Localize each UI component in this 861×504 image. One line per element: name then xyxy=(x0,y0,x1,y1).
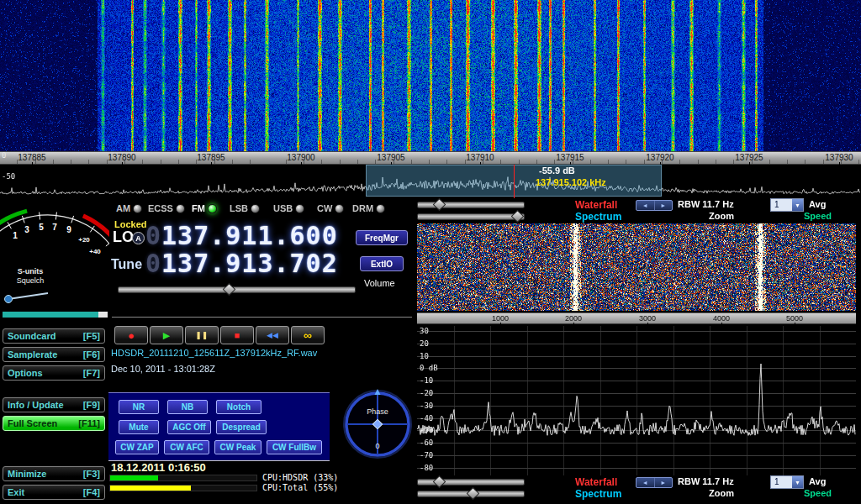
af-waterfall-display[interactable] xyxy=(417,223,856,311)
pause-button[interactable]: ❚❚ xyxy=(185,326,219,344)
samplerate-button[interactable]: Samplerate[F6] xyxy=(3,347,105,362)
mode-drm[interactable]: DRM xyxy=(352,203,385,213)
dropdown-arrow-icon[interactable]: ▾ xyxy=(792,476,803,488)
mode-lsb[interactable]: LSB xyxy=(230,203,260,213)
button-key: [F5] xyxy=(83,331,100,341)
squelch-level-bar[interactable] xyxy=(3,312,108,318)
s-meter-label: +40 xyxy=(89,248,101,255)
notch-button[interactable]: Notch xyxy=(216,400,261,414)
mode-ecss[interactable]: ECSS xyxy=(148,203,185,213)
stop-icon: ■ xyxy=(235,331,240,340)
avg-label: Avg xyxy=(809,199,826,209)
frequency-scale[interactable]: 137885 137890 137895 137900 137905 13791… xyxy=(0,151,861,165)
spectrum-display-label[interactable]: Spectrum xyxy=(575,211,621,223)
slider-thumb[interactable] xyxy=(467,487,480,501)
cw-fullbw-button[interactable]: CW FullBw xyxy=(267,440,322,454)
exit-button[interactable]: Exit[F4] xyxy=(3,485,105,500)
waterfall-display-label[interactable]: Waterfall xyxy=(575,199,617,211)
s-meter-label: 7 xyxy=(52,223,57,232)
af-frequency-scale[interactable]: 1000 2000 3000 4000 5000 xyxy=(417,312,856,324)
s-meter-label: 9 xyxy=(66,225,71,234)
mode-led-icon xyxy=(295,204,304,213)
left-arrow-icon[interactable]: ◄ xyxy=(637,478,655,487)
rewind-button[interactable]: ◀◀ xyxy=(256,326,289,344)
mode-cw[interactable]: CW xyxy=(317,203,344,213)
slider-thumb[interactable] xyxy=(433,198,446,212)
dropdown-arrow-icon[interactable]: ▾ xyxy=(792,199,803,211)
freqmgr-button[interactable]: FreqMgr xyxy=(356,230,408,245)
lo-label: LO xyxy=(113,228,134,246)
freq-tick-label: 137895 xyxy=(186,153,236,162)
left-arrow-icon[interactable]: ◄ xyxy=(637,201,655,210)
speed-label: Speed xyxy=(804,211,832,221)
s-meter[interactable]: 1 3 5 7 9 +20 +40 S-units Squelch xyxy=(0,198,109,309)
stop-button[interactable]: ■ xyxy=(220,326,254,344)
extio-button[interactable]: ExtIO xyxy=(360,256,404,271)
agc-off-button[interactable]: AGC Off xyxy=(167,420,211,434)
despread-button[interactable]: Despread xyxy=(216,420,267,434)
af-tick-label: 5000 xyxy=(774,314,816,323)
db-axis-label: -50 xyxy=(420,426,433,434)
info-update-button[interactable]: Info / Update[F9] xyxy=(3,397,105,412)
waterfall-contrast-slider-bottom[interactable] xyxy=(417,479,525,486)
volume-slider[interactable] xyxy=(118,286,356,293)
play-button[interactable]: ▶ xyxy=(150,326,183,344)
mode-usb[interactable]: USB xyxy=(273,203,304,213)
button-label: Minimize xyxy=(8,469,46,479)
main-waterfall-display[interactable] xyxy=(0,0,861,151)
avg-count-value: 1 xyxy=(771,199,792,211)
lo-frequency-display[interactable]: 0137.911.600 xyxy=(145,223,338,249)
cw-afc-button[interactable]: CW AFC xyxy=(164,440,209,454)
waterfall-contrast-slider[interactable] xyxy=(417,202,525,208)
record-button[interactable]: ● xyxy=(114,326,148,344)
s-units-label: S-units xyxy=(18,267,44,276)
avg-count-select[interactable]: 1▾ xyxy=(770,198,804,212)
mode-am[interactable]: AM xyxy=(116,203,142,213)
button-label: Soundcard xyxy=(8,331,55,341)
spectrum-zoom-slider[interactable] xyxy=(417,213,525,220)
mode-led-icon xyxy=(208,204,217,213)
mode-fm[interactable]: FM xyxy=(192,203,217,213)
waterfall-shift-spinner[interactable]: ◄► xyxy=(636,200,673,211)
right-arrow-icon[interactable]: ► xyxy=(655,478,673,487)
options-button[interactable]: Options[F7] xyxy=(3,365,105,381)
cw-zap-button[interactable]: CW ZAP xyxy=(115,440,159,454)
af-spectrum-display[interactable] xyxy=(417,326,856,475)
nb-button[interactable]: NB xyxy=(167,400,208,414)
play-icon: ▶ xyxy=(163,331,170,340)
volume-slider-thumb[interactable] xyxy=(223,283,236,297)
minimize-button[interactable]: Minimize[F3] xyxy=(3,466,105,481)
db-axis-label: -40 xyxy=(420,414,433,423)
spectrum-zoom-slider-bottom[interactable] xyxy=(417,491,525,497)
cpu-hdsdr-fill xyxy=(110,475,158,480)
mode-led-icon xyxy=(335,204,344,213)
button-label: Exit xyxy=(8,487,24,497)
overview-spectrum[interactable]: -55.9 dB 137.915.102 kHz xyxy=(0,165,861,198)
cpu-hdsdr-meter xyxy=(109,475,257,481)
speed-label-bottom: Speed xyxy=(804,488,832,498)
fullscreen-button[interactable]: Full Screen[F11] xyxy=(3,416,105,431)
cpu-total-text: CPU:Total (55%) xyxy=(262,483,338,492)
lo-lock-button[interactable]: A xyxy=(132,232,145,244)
mute-button[interactable]: Mute xyxy=(119,420,159,434)
avg-count-select-bottom[interactable]: 1▾ xyxy=(770,475,804,489)
slider-thumb[interactable] xyxy=(433,475,446,489)
db-axis-label: -10 xyxy=(420,376,433,385)
overview-db-axis-bottom: -50 xyxy=(2,172,15,181)
cw-peak-button[interactable]: CW Peak xyxy=(214,440,261,454)
tune-frequency-display[interactable]: 0137.913.702 xyxy=(145,251,338,276)
loop-button[interactable]: ∞ xyxy=(291,326,325,344)
cpu-hdsdr-text: CPU:HDSDR (33%) xyxy=(262,473,338,482)
spectrum-display-label-bottom[interactable]: Spectrum xyxy=(575,488,621,500)
soundcard-button[interactable]: Soundcard[F5] xyxy=(3,328,105,344)
tuning-groove[interactable] xyxy=(112,317,412,318)
right-arrow-icon[interactable]: ► xyxy=(655,201,673,210)
waterfall-display-label-bottom[interactable]: Waterfall xyxy=(575,476,617,488)
waterfall-shift-spinner-bottom[interactable]: ◄► xyxy=(636,477,673,488)
nr-button[interactable]: NR xyxy=(119,400,159,414)
squelch-knob[interactable] xyxy=(5,296,13,303)
phase-label: Phase xyxy=(367,407,388,416)
button-label: Options xyxy=(8,368,43,378)
slider-thumb[interactable] xyxy=(511,210,525,223)
phase-indicator[interactable]: Phase 0 xyxy=(341,388,414,460)
